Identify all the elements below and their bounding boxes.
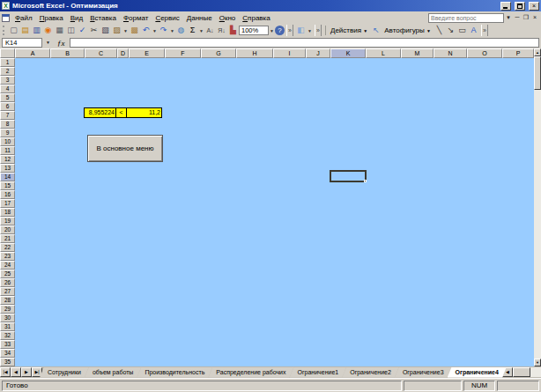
spelling-icon[interactable]: ✓ [77, 25, 88, 36]
redo-icon-dropdown[interactable]: ▼ [169, 28, 175, 33]
name-box[interactable]: K14 [2, 38, 42, 48]
chart-wizard-icon[interactable]: ▙ [227, 25, 239, 36]
sheet-tab-ограничение2[interactable]: Ограничение2 [342, 367, 399, 378]
rectangle-icon[interactable]: ▭ [456, 25, 468, 36]
main-menu-button[interactable]: В основное меню [87, 135, 163, 162]
zoom-dropdown-icon[interactable]: ▼ [269, 28, 275, 33]
column-header-E[interactable]: E [129, 48, 165, 58]
cell-C7[interactable]: 8,955224 [84, 107, 116, 118]
column-header-D[interactable]: D [117, 48, 129, 58]
row-header-21[interactable]: 21 [0, 234, 15, 243]
column-header-L[interactable]: L [366, 48, 401, 58]
column-header-J[interactable]: J [306, 48, 330, 58]
sheet-tab-ограничение3[interactable]: Ограничение3 [395, 367, 452, 378]
row-header-34[interactable]: 34 [0, 349, 15, 358]
vertical-scroll-thumb[interactable] [534, 56, 541, 90]
row-header-7[interactable]: 7 [0, 111, 15, 120]
row-header-11[interactable]: 11 [0, 146, 15, 155]
draw-menu-button[interactable]: Действия ▼ [328, 26, 370, 34]
menu-формат[interactable]: Формат [120, 13, 152, 23]
menu-данные[interactable]: Данные [183, 13, 216, 23]
row-header-5[interactable]: 5 [0, 93, 15, 102]
row-header-27[interactable]: 27 [0, 287, 15, 296]
row-header-19[interactable]: 19 [0, 217, 15, 226]
copy-icon[interactable]: ▧ [100, 25, 111, 36]
row-header-12[interactable]: 12 [0, 155, 15, 164]
sort-ascending-icon[interactable]: А↓ [204, 25, 216, 36]
row-header-10[interactable]: 10 [0, 137, 15, 146]
insert-function-icon[interactable]: ƒx [54, 39, 69, 48]
sheet-tab-сотрудники[interactable]: Сотрудники [40, 367, 89, 378]
line-icon[interactable]: ╲ [434, 25, 445, 36]
undo-icon-dropdown[interactable]: ▼ [152, 28, 158, 33]
scroll-down-icon[interactable]: ▼ [534, 359, 541, 366]
column-header-B[interactable]: B [50, 48, 85, 58]
paste-icon-dropdown[interactable]: ▼ [122, 28, 129, 33]
autosum-icon[interactable]: Σ [187, 25, 198, 36]
workbook-close-button[interactable]: × [530, 13, 539, 22]
next-sheet-button[interactable]: ▶ [21, 367, 32, 377]
row-header-28[interactable]: 28 [0, 296, 15, 305]
select-all-corner[interactable] [0, 48, 15, 58]
fill-color-dropdown-icon[interactable]: ▼ [307, 28, 313, 33]
select-objects-icon[interactable]: ↖ [370, 25, 382, 36]
toolbar-options-icon[interactable]: » [286, 25, 293, 36]
save-icon[interactable]: ▥ [31, 25, 42, 36]
workbook-restore-button[interactable]: ❐ [522, 13, 530, 22]
print-icon[interactable]: ▦ [54, 25, 65, 36]
minimize-button[interactable] [500, 2, 511, 11]
permission-icon[interactable]: ◉ [42, 25, 54, 36]
column-header-H[interactable]: H [236, 48, 273, 58]
menu-вид[interactable]: Вид [67, 13, 86, 23]
column-header-C[interactable]: C [85, 48, 117, 58]
column-header-I[interactable]: I [273, 48, 306, 58]
row-header-26[interactable]: 26 [0, 278, 15, 287]
menu-сервис[interactable]: Сервис [152, 13, 182, 23]
column-header-A[interactable]: A [15, 48, 50, 58]
toolbar-grip[interactable] [3, 26, 6, 35]
row-header-22[interactable]: 22 [0, 243, 15, 252]
row-header-1[interactable]: 1 [0, 58, 15, 67]
column-header-K[interactable]: K [330, 48, 366, 58]
row-header-32[interactable]: 32 [0, 331, 15, 340]
menu-вставка[interactable]: Вставка [86, 13, 120, 23]
redo-icon[interactable]: ↷ [158, 25, 169, 36]
zoom-combo[interactable]: 100% [239, 26, 269, 35]
row-header-9[interactable]: 9 [0, 129, 15, 137]
fill-handle[interactable] [364, 180, 367, 182]
column-header-F[interactable]: F [165, 48, 201, 58]
sheet-tab-объем-работы[interactable]: объем работы [85, 367, 141, 378]
formula-input[interactable] [70, 38, 540, 48]
name-box-dropdown-icon[interactable]: ▼ [43, 38, 53, 48]
column-header-G[interactable]: G [201, 48, 236, 58]
row-header-4[interactable]: 4 [0, 85, 15, 93]
row-header-16[interactable]: 16 [0, 190, 15, 199]
open-icon[interactable]: ▤ [19, 25, 31, 36]
column-header-O[interactable]: O [467, 48, 502, 58]
toolbar-options-icon-3[interactable]: » [481, 25, 488, 36]
toolbar-options-icon-2[interactable]: » [315, 25, 322, 36]
row-header-20[interactable]: 20 [0, 226, 15, 234]
row-header-25[interactable]: 25 [0, 270, 15, 278]
row-header-24[interactable]: 24 [0, 261, 15, 270]
row-header-18[interactable]: 18 [0, 208, 15, 217]
sort-descending-icon[interactable]: Я↓ [216, 25, 227, 36]
cut-icon[interactable]: ✂ [88, 25, 100, 36]
row-header-17[interactable]: 17 [0, 199, 15, 208]
question-dropdown-icon[interactable]: ▾ [504, 13, 513, 22]
row-header-30[interactable]: 30 [0, 314, 15, 322]
sheet-tab-ограничение4[interactable]: Ограничение4 [448, 367, 507, 378]
row-header-2[interactable]: 2 [0, 67, 15, 76]
sheet-tab-распределение-рабочих[interactable]: Распределение рабочих [208, 367, 293, 378]
workbook-minimize-button[interactable]: ─ [513, 13, 522, 22]
arrow-icon[interactable]: ↘ [445, 25, 456, 36]
column-header-P[interactable]: P [502, 48, 534, 58]
row-header-13[interactable]: 13 [0, 164, 15, 173]
menu-файл[interactable]: Файл [11, 13, 36, 23]
print-preview-icon[interactable]: ◫ [65, 25, 77, 36]
paste-icon[interactable]: ▨ [111, 25, 122, 36]
previous-sheet-button[interactable]: ◀ [11, 367, 21, 377]
menu-окно[interactable]: Окно [216, 13, 240, 23]
sheet-tab-производительность[interactable]: Производительность [137, 367, 212, 378]
close-button[interactable]: × [529, 2, 539, 11]
